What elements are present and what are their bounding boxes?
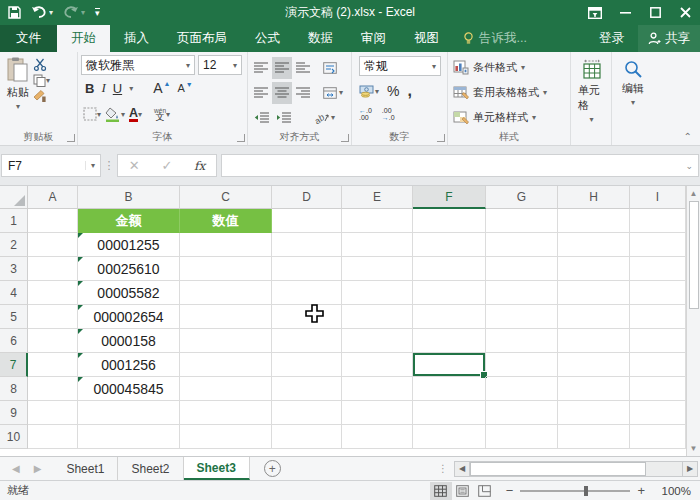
cell-A1[interactable] <box>28 209 78 233</box>
cell-H2[interactable] <box>558 233 630 257</box>
cell-G9[interactable] <box>486 401 558 425</box>
row-header-2[interactable]: 2 <box>0 233 28 257</box>
cell-B6[interactable]: 0000158 <box>78 329 180 353</box>
scroll-right-icon[interactable]: ▶ <box>682 461 698 477</box>
scroll-up-icon[interactable]: ▲ <box>687 186 700 201</box>
cell-F9[interactable] <box>413 401 486 425</box>
cell-I2[interactable] <box>630 233 686 257</box>
select-all-corner[interactable] <box>0 186 28 209</box>
cell-E4[interactable] <box>342 281 413 305</box>
share-button[interactable]: 共享 <box>638 25 700 52</box>
sheet-tab-sheet3[interactable]: Sheet3 <box>184 457 250 480</box>
cell-E3[interactable] <box>342 257 413 281</box>
column-header-G[interactable]: G <box>486 186 558 209</box>
align-top-icon[interactable] <box>251 57 271 79</box>
cell-A4[interactable] <box>28 281 78 305</box>
formula-input[interactable]: ⌄ <box>221 154 699 177</box>
page-break-preview-icon[interactable] <box>474 482 496 500</box>
cell-E9[interactable] <box>342 401 413 425</box>
align-middle-icon[interactable] <box>272 57 292 79</box>
tab-insert[interactable]: 插入 <box>110 25 163 52</box>
column-header-D[interactable]: D <box>272 186 342 209</box>
cell-E6[interactable] <box>342 329 413 353</box>
shrink-font-button[interactable]: A▼ <box>177 82 192 94</box>
cell-B4[interactable]: 00005582 <box>78 281 180 305</box>
insert-function-icon[interactable]: fx <box>194 159 205 173</box>
font-name-select[interactable]: 微软雅黑▾ <box>81 55 195 75</box>
conditional-formatting-button[interactable]: 条件格式▾ <box>451 55 568 80</box>
cell-C9[interactable] <box>180 401 272 425</box>
cell-C4[interactable] <box>180 281 272 305</box>
customize-qat-icon[interactable]: ▾ <box>95 8 100 17</box>
cell-C3[interactable] <box>180 257 272 281</box>
scroll-down-icon[interactable]: ▼ <box>687 441 700 456</box>
number-dialog-launcher[interactable] <box>437 134 445 142</box>
merge-center-button[interactable]: ▾ <box>320 82 346 104</box>
zoom-in-icon[interactable]: + <box>637 483 645 498</box>
cell-H4[interactable] <box>558 281 630 305</box>
cell-I6[interactable] <box>630 329 686 353</box>
cell-G4[interactable] <box>486 281 558 305</box>
zoom-out-icon[interactable]: − <box>506 483 514 498</box>
row-header-4[interactable]: 4 <box>0 281 28 305</box>
cell-H10[interactable] <box>558 425 630 449</box>
cell-G5[interactable] <box>486 305 558 329</box>
zoom-percentage[interactable]: 100% <box>655 485 691 497</box>
bold-button[interactable]: B <box>85 81 94 96</box>
cell-F6[interactable] <box>413 329 486 353</box>
paste-button[interactable]: 粘贴 ▾ <box>3 55 33 113</box>
cell-D2[interactable] <box>272 233 342 257</box>
vertical-scroll-thumb[interactable] <box>689 201 699 309</box>
confirm-entry-icon[interactable]: ✓ <box>161 158 172 173</box>
tell-me-box[interactable]: 告诉我... <box>453 25 537 52</box>
cells-button[interactable]: 单元格 ▾ <box>574 55 609 126</box>
row-header-3[interactable]: 3 <box>0 257 28 281</box>
copy-button[interactable]: ▾ <box>33 74 50 87</box>
column-header-E[interactable]: E <box>342 186 413 209</box>
cell-E8[interactable] <box>342 377 413 401</box>
tab-review[interactable]: 审阅 <box>347 25 400 52</box>
row-header-8[interactable]: 8 <box>0 377 28 401</box>
number-format-select[interactable]: 常规▾ <box>359 56 441 76</box>
clipboard-dialog-launcher[interactable] <box>67 134 75 142</box>
cell-B5[interactable]: 000002654 <box>78 305 180 329</box>
cell-B10[interactable] <box>78 425 180 449</box>
phonetic-guide-button[interactable]: wén 文 ▾ <box>154 108 170 120</box>
cell-I4[interactable] <box>630 281 686 305</box>
cell-B7[interactable]: 0001256 <box>78 353 180 377</box>
column-header-A[interactable]: A <box>28 186 78 209</box>
editing-button[interactable]: 编辑 ▾ <box>615 55 651 109</box>
font-dialog-launcher[interactable] <box>237 134 245 142</box>
redo-button[interactable]: ▾ <box>63 6 85 19</box>
cell-G6[interactable] <box>486 329 558 353</box>
cell-B1[interactable]: 金额 <box>78 209 180 233</box>
cell-B3[interactable]: 00025610 <box>78 257 180 281</box>
row-header-5[interactable]: 5 <box>0 305 28 329</box>
cell-A3[interactable] <box>28 257 78 281</box>
format-painter-icon[interactable] <box>33 90 50 103</box>
cell-C10[interactable] <box>180 425 272 449</box>
accounting-format-button[interactable]: ▾ <box>359 84 379 98</box>
align-bottom-icon[interactable] <box>293 57 313 79</box>
name-box-dropdown-icon[interactable]: ▾ <box>85 161 100 170</box>
sign-in-button[interactable]: 登录 <box>585 25 638 52</box>
cell-E5[interactable] <box>342 305 413 329</box>
maximize-button[interactable] <box>640 0 670 25</box>
cell-F2[interactable] <box>413 233 486 257</box>
page-layout-view-icon[interactable] <box>452 482 474 500</box>
undo-button[interactable]: ▾ <box>31 6 53 19</box>
underline-dropdown-icon[interactable]: ▾ <box>129 84 133 93</box>
align-center-icon[interactable] <box>272 82 292 104</box>
cancel-entry-icon[interactable]: ✕ <box>129 158 140 173</box>
wrap-text-icon[interactable] <box>320 57 340 79</box>
cell-C2[interactable] <box>180 233 272 257</box>
cell-B9[interactable] <box>78 401 180 425</box>
cell-D7[interactable] <box>272 353 342 377</box>
undo-dropdown-icon[interactable]: ▾ <box>49 8 53 17</box>
redo-dropdown-icon[interactable]: ▾ <box>81 8 85 17</box>
zoom-slider-handle[interactable] <box>584 486 588 496</box>
font-color-button[interactable]: A ▾ <box>129 107 142 122</box>
cell-G8[interactable] <box>486 377 558 401</box>
row-header-7[interactable]: 7 <box>0 353 28 377</box>
cell-I1[interactable] <box>630 209 686 233</box>
